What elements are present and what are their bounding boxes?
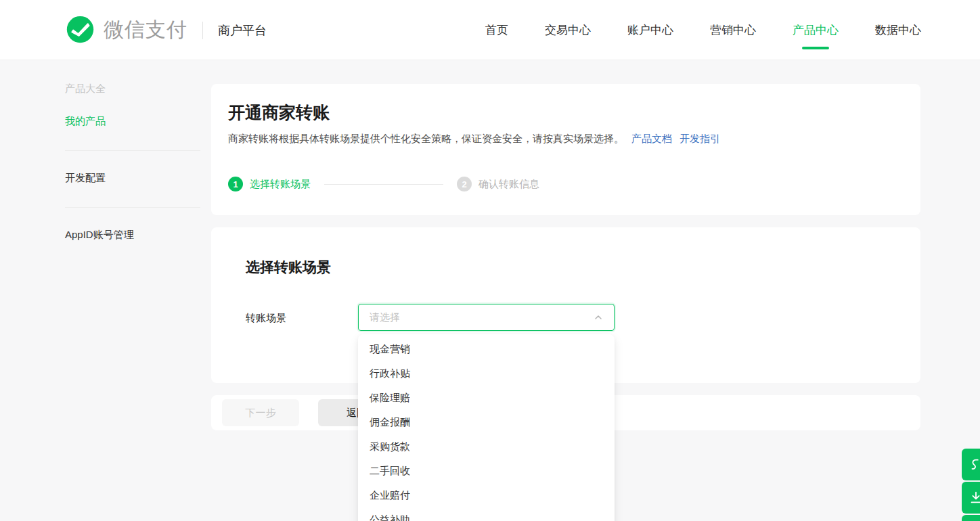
floating-toolbar (962, 449, 980, 521)
nav-item-marketing-center[interactable]: 营销中心 (710, 0, 756, 60)
top-nav: 首页 交易中心 账户中心 营销中心 产品中心 数据中心 (485, 0, 921, 60)
step-1-label: 选择转账场景 (250, 178, 311, 191)
step-2-circle: 2 (457, 177, 472, 191)
dropdown-option-enterprise-compensation[interactable]: 企业赔付 (358, 483, 615, 507)
sidebar-divider (65, 207, 200, 208)
transfer-scene-field-label: 转账场景 (246, 312, 286, 325)
page-description: 商家转账将根据具体转账场景提供个性化安全策略，保证资金安全，请按真实场景选择。 (228, 133, 624, 144)
portal-label: 商户平台 (218, 22, 267, 39)
dev-guide-link[interactable]: 开发指引 (680, 133, 720, 144)
next-step-button[interactable]: 下一步 (222, 399, 299, 426)
sidebar-item-dev-config[interactable]: 开发配置 (65, 172, 106, 185)
step-connector-line (324, 184, 443, 185)
download-icon (968, 491, 980, 505)
nav-item-home[interactable]: 首页 (485, 0, 508, 60)
nav-item-transaction-center[interactable]: 交易中心 (545, 0, 591, 60)
page-title: 开通商家转账 (228, 101, 330, 124)
brand-area: 微信支付 商户平台 (65, 0, 267, 60)
sidebar-item-appid-management[interactable]: AppID账号管理 (65, 229, 134, 242)
transfer-scene-select[interactable]: 请选择 (358, 304, 615, 331)
dropdown-option-insurance-claim[interactable]: 保险理赔 (358, 386, 615, 410)
brand-divider (202, 22, 203, 39)
customer-service-button[interactable] (962, 449, 980, 480)
chevron-up-icon (594, 313, 603, 322)
dropdown-option-cash-marketing[interactable]: 现金营销 (358, 337, 615, 361)
download-button[interactable] (962, 482, 980, 514)
select-placeholder: 请选择 (370, 311, 594, 324)
wechat-pay-logo-icon (65, 15, 95, 45)
step-1-circle: 1 (228, 177, 243, 191)
sidebar-divider (65, 150, 200, 151)
survey-button[interactable] (962, 515, 980, 521)
section-title: 选择转账场景 (246, 258, 331, 277)
dropdown-option-public-welfare[interactable]: 公益补助 (358, 507, 615, 521)
sidebar-item-all-products[interactable]: 产品大全 (65, 83, 106, 95)
sidebar-item-my-products[interactable]: 我的产品 (65, 115, 106, 128)
transfer-scene-dropdown: 现金营销 行政补贴 保险理赔 佣金报酬 采购货款 二手回收 企业赔付 公益补助 (358, 334, 615, 521)
intro-card: 开通商家转账 商家转账将根据具体转账场景提供个性化安全策略，保证资金安全，请按真… (211, 84, 920, 215)
top-header: 微信支付 商户平台 首页 交易中心 账户中心 营销中心 产品中心 数据中心 (0, 0, 980, 60)
dropdown-option-admin-subsidy[interactable]: 行政补贴 (358, 361, 615, 386)
brand-wordmark: 微信支付 (104, 16, 187, 44)
dropdown-option-secondhand-recycle[interactable]: 二手回收 (358, 459, 615, 483)
step-indicator: 1 选择转账场景 2 确认转账信息 (228, 177, 539, 191)
page-description-row: 商家转账将根据具体转账场景提供个性化安全策略，保证资金安全，请按真实场景选择。产… (228, 133, 720, 145)
nav-item-account-center[interactable]: 账户中心 (627, 0, 673, 60)
nav-item-data-center[interactable]: 数据中心 (875, 0, 921, 60)
nav-item-product-center[interactable]: 产品中心 (793, 0, 839, 60)
dropdown-option-purchase-payment[interactable]: 采购货款 (358, 434, 615, 459)
customer-service-icon (968, 457, 980, 472)
product-doc-link[interactable]: 产品文档 (631, 133, 672, 144)
step-2-label: 确认转账信息 (478, 178, 539, 191)
dropdown-option-commission[interactable]: 佣金报酬 (358, 410, 615, 434)
